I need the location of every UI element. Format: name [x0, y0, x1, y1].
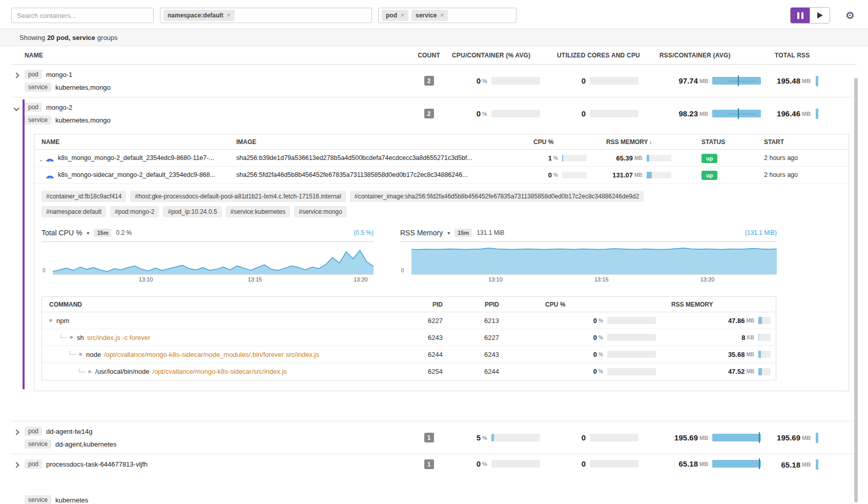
rss-cell: 97.74MB	[654, 76, 770, 85]
group-name-cell: podmongo-1 servicekubernetes,mongo	[11, 70, 411, 92]
remove-filter-icon[interactable]: ×	[227, 12, 231, 19]
chart-metric-select[interactable]: RSS Memory	[400, 229, 443, 237]
container-column-status[interactable]: STATUS	[697, 138, 764, 146]
container-row[interactable]: k8s_mongo_mongo-2_default_2354edc9-8680-…	[34, 150, 849, 167]
process-column-cpu[interactable]: CPU %	[504, 301, 661, 308]
column-header-rss[interactable]: RSS/CONTAINER (AVG)	[654, 52, 770, 59]
tag-pill[interactable]: #pod:mongo-2	[110, 206, 159, 217]
containers-header-row: NAME IMAGE CPU % RSS MEMORY↓ STATUS STAR…	[34, 134, 849, 150]
process-args: src/index.js -c forever	[87, 334, 151, 341]
container-column-start[interactable]: START	[764, 138, 849, 146]
tag-pill[interactable]: #service:kubernetes	[226, 206, 290, 217]
count-badge: 2	[424, 109, 434, 118]
cores-cell: 0	[552, 459, 654, 468]
status-badge: up	[701, 171, 717, 180]
total-rss-value: 195.69	[770, 433, 800, 442]
process-rss-bar	[758, 317, 771, 324]
container-rss-value: 65.39	[606, 154, 633, 162]
rss-unit: MB	[699, 111, 708, 117]
filter-box-grouping[interactable]: pod × service ×	[378, 8, 516, 23]
tags-block: #container_id:fb18c9acf414 #host:gke-pro…	[42, 191, 841, 217]
container-column-cpu[interactable]: CPU %	[533, 138, 600, 146]
chevron-right-icon[interactable]	[38, 160, 43, 162]
column-header-cores[interactable]: UTILIZED CORES AND CPU	[552, 52, 654, 59]
container-row-expanded[interactable]: k8s_mongo-sidecar_mongo-2_default_2354ed…	[34, 167, 849, 184]
container-column-rss[interactable]: RSS MEMORY↓	[600, 138, 697, 146]
process-column-command[interactable]: COMMAND	[42, 301, 386, 308]
vertical-scrollbar[interactable]	[854, 78, 858, 502]
total-rss-cell: 195.48MB	[770, 76, 857, 86]
process-column-pid[interactable]: PID	[386, 301, 448, 308]
container-rss-cell: 65.39MB	[600, 154, 697, 162]
column-header-total-rss[interactable]: TOTAL RSS	[770, 52, 857, 59]
tag-pill[interactable]: #service:mongo	[294, 206, 347, 217]
container-start: 2 hours ago	[764, 154, 849, 162]
chart-current-value: 131.1 MiB	[477, 229, 504, 236]
cores-value: 0	[552, 433, 586, 442]
column-header-name[interactable]: NAME	[11, 52, 411, 59]
container-cpu-value: 0	[533, 171, 552, 179]
pod-name: processdocs-task-644677813-vljfh	[46, 460, 148, 468]
tag-pill[interactable]: #container_image:sha256:5fd2fa46d5b8b456…	[350, 191, 644, 202]
cpu-cell: 0%	[447, 109, 552, 118]
process-pid: 6243	[386, 334, 448, 341]
total-rss-unit: MB	[802, 78, 811, 84]
pod-tag: pod	[25, 103, 42, 112]
column-header-count[interactable]: COUNT	[411, 52, 447, 59]
process-rss-cell: 35.68MB	[661, 351, 776, 358]
tag-pill[interactable]: #pod_ip:10.24.0.5	[163, 206, 221, 217]
play-button[interactable]	[810, 8, 830, 23]
cores-bar	[590, 460, 638, 468]
process-cpu-cell: 0%	[504, 317, 661, 325]
process-args: /opt/cvallance/mongo-k8s-sidecar/src/ind…	[153, 368, 287, 375]
filter-box-namespace[interactable]: namespace:default ×	[160, 8, 372, 23]
live-containers-app: { "icons": { "remove": "×", "gear": "⚙",…	[0, 0, 868, 504]
container-cpu-cell: 1%	[533, 154, 600, 162]
filter-pill-pod[interactable]: pod ×	[382, 10, 408, 21]
rss-unit: MB	[699, 78, 708, 84]
count-badge: 2	[424, 76, 434, 86]
tag-pill[interactable]: #container_id:fb18c9acf414	[42, 191, 126, 202]
column-header-cpu[interactable]: CPU/CONTAINER (% AVG)	[447, 52, 552, 59]
tag-pill[interactable]: #namespace:default	[42, 206, 106, 217]
cores-bar	[590, 110, 638, 117]
kubernetes-icon	[46, 158, 54, 162]
filter-pill-label: namespace:default	[168, 12, 223, 19]
search-input[interactable]	[11, 8, 154, 23]
group-row[interactable]: podmongo-2 servicekubernetes,mongo 2 0% …	[11, 97, 857, 130]
pod-name: mongo-2	[46, 104, 72, 111]
process-pid: 6254	[386, 368, 448, 375]
process-cpu-bar	[607, 368, 656, 375]
chart-metric-select[interactable]: Total CPU %	[42, 229, 82, 237]
count-cell: 2	[411, 109, 447, 118]
process-column-rss[interactable]: RSS MEMORY	[661, 301, 776, 308]
tag-pill[interactable]: #host:gke-processdocs-default-pool-a81d1…	[130, 191, 345, 202]
remove-filter-icon[interactable]: ×	[401, 12, 404, 19]
chart-current-value: 0.2 %	[116, 229, 132, 236]
group-row[interactable]: podprocessdocs-task-644677813-vljfh serv…	[11, 454, 857, 504]
gear-icon[interactable]: ⚙	[845, 9, 855, 22]
group-row[interactable]: podmongo-1 servicekubernetes,mongo 2 0% …	[11, 65, 857, 97]
group-row[interactable]: poddd-agent-tw14g servicedd-agent,kubern…	[11, 421, 857, 454]
cores-cell: 0	[552, 109, 654, 118]
rss-value: 97.74	[654, 76, 698, 85]
pause-icon	[797, 12, 799, 19]
x-axis-ticks: 13:10 13:15 13:20	[411, 275, 777, 284]
container-column-name[interactable]: NAME	[34, 138, 229, 146]
container-column-image[interactable]: IMAGE	[229, 138, 533, 146]
charts-row: Total CPU % ▾ 15m 0.2 % (0.5 %) 0	[42, 229, 841, 284]
cores-value: 0	[552, 109, 586, 118]
chevron-down-icon[interactable]	[38, 177, 43, 178]
chevron-down-icon: ▾	[447, 230, 450, 236]
pause-button[interactable]	[791, 8, 810, 23]
process-command: node	[86, 351, 101, 358]
process-rss-bar	[758, 368, 771, 375]
group-processdocs-task: podprocessdocs-task-644677813-vljfh serv…	[11, 454, 857, 504]
chart-max-value: (131.1 MiB)	[745, 229, 777, 236]
filter-pill-service[interactable]: service ×	[411, 10, 448, 21]
status-suffix: groups	[97, 34, 118, 42]
remove-filter-icon[interactable]: ×	[440, 12, 444, 19]
process-column-ppid[interactable]: PPID	[448, 301, 504, 308]
y-axis-zero-label: 0	[401, 268, 404, 273]
filter-pill-namespace[interactable]: namespace:default ×	[163, 10, 235, 21]
